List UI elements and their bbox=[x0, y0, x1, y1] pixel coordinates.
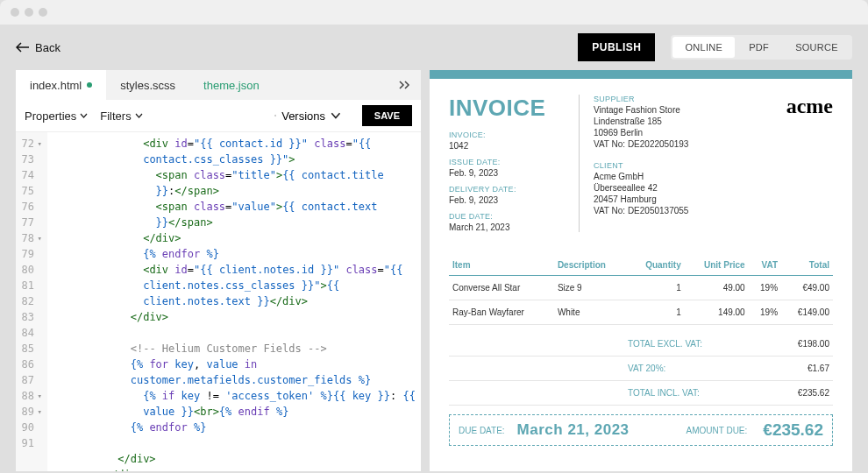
back-button[interactable]: Back bbox=[16, 41, 60, 54]
footer-amount: €235.62 bbox=[763, 420, 823, 440]
footer-due-date: March 21, 2023 bbox=[517, 421, 630, 439]
cell-vat: 19% bbox=[749, 276, 781, 300]
arrow-left-icon bbox=[16, 42, 30, 53]
versions-dropdown[interactable]: Versions bbox=[274, 109, 341, 123]
client-vat: VAT No: DE2050137055 bbox=[594, 206, 738, 215]
unsaved-dot-icon bbox=[87, 82, 92, 88]
chevron-down-icon bbox=[135, 113, 143, 118]
tabs-overflow-button[interactable] bbox=[388, 79, 421, 92]
col-qty: Quantity bbox=[628, 255, 685, 276]
supplier-city: 10969 Berlin bbox=[594, 128, 738, 138]
col-desc: Description bbox=[554, 255, 628, 276]
chevron-down-icon bbox=[80, 113, 88, 118]
supplier-vat: VAT No: DE2022050193 bbox=[594, 139, 738, 149]
issue-date: Feb. 9, 2023 bbox=[449, 168, 563, 178]
traffic-light-icon bbox=[39, 8, 47, 17]
supplier-name: Vintage Fashion Store bbox=[594, 105, 738, 115]
amount-due-row: DUE DATE: March 21, 2023 AMOUNT DUE: €23… bbox=[449, 414, 833, 446]
invoice-title: INVOICE bbox=[449, 95, 563, 122]
col-item: Item bbox=[449, 255, 554, 276]
dropdown-label: Properties bbox=[25, 109, 76, 123]
file-tabs: index.html styles.scss theme.json bbox=[16, 70, 421, 100]
cell-price: 149.00 bbox=[685, 300, 749, 325]
dropdown-label: Filters bbox=[100, 109, 131, 123]
client-name: Acme GmbH bbox=[594, 172, 738, 181]
publish-button[interactable]: PUBLISH bbox=[578, 33, 655, 61]
total-excl-label: TOTAL EXCL. VAT: bbox=[628, 339, 724, 349]
line-gutter: 72▾737475767778▾79808182838485868788▾89▾… bbox=[16, 132, 47, 471]
line-items-table: Item Description Quantity Unit Price VAT… bbox=[449, 255, 833, 325]
save-button[interactable]: SAVE bbox=[362, 105, 412, 126]
properties-dropdown[interactable]: Properties bbox=[25, 109, 88, 123]
invoice-document: INVOICE INVOICE: 1042 ISSUE DATE: Feb. 9… bbox=[430, 79, 852, 446]
tab-label: theme.json bbox=[203, 79, 260, 92]
issue-date-label: ISSUE DATE: bbox=[449, 158, 563, 166]
col-price: Unit Price bbox=[685, 255, 749, 276]
due-date-label: DUE DATE: bbox=[449, 212, 563, 221]
chevron-down-icon bbox=[331, 112, 341, 119]
view-online-button[interactable]: ONLINE bbox=[672, 37, 735, 58]
table-row: Converse All StarSize 9149.0019%€49.00 bbox=[449, 276, 833, 300]
total-vat: €1.67 bbox=[777, 364, 829, 373]
tab-index-html[interactable]: index.html bbox=[16, 70, 106, 100]
footer-amount-label: AMOUNT DUE: bbox=[686, 426, 747, 435]
top-toolbar: Back PUBLISH ONLINE PDF SOURCE bbox=[0, 33, 868, 70]
cell-desc: White bbox=[554, 300, 628, 325]
cell-desc: Size 9 bbox=[554, 276, 628, 300]
cell-vat: 19% bbox=[749, 300, 781, 325]
code-editor[interactable]: 72▾737475767778▾79808182838485868788▾89▾… bbox=[16, 132, 421, 471]
cell-qty: 1 bbox=[628, 276, 685, 300]
editor-pane: index.html styles.scss theme.json Proper… bbox=[16, 70, 421, 471]
footer-due-label: DUE DATE: bbox=[459, 426, 505, 435]
dropdown-label: Versions bbox=[281, 109, 325, 123]
filters-dropdown[interactable]: Filters bbox=[100, 109, 142, 123]
invoice-accent-bar bbox=[430, 70, 852, 79]
due-date: March 21, 2023 bbox=[449, 222, 563, 232]
cell-item: Ray-Ban Wayfarer bbox=[449, 300, 554, 325]
col-vat: VAT bbox=[749, 255, 781, 276]
total-incl: €235.62 bbox=[777, 388, 829, 398]
history-icon bbox=[274, 109, 276, 122]
tab-theme-json[interactable]: theme.json bbox=[189, 70, 274, 100]
client-label: CLIENT bbox=[594, 161, 738, 170]
total-incl-label: TOTAL INCL. VAT: bbox=[628, 388, 724, 398]
table-row: Ray-Ban WayfarerWhite1149.0019%€149.00 bbox=[449, 300, 833, 325]
client-logo: acme bbox=[754, 95, 833, 118]
cell-total: €49.00 bbox=[781, 276, 833, 300]
view-source-button[interactable]: SOURCE bbox=[783, 37, 850, 58]
tab-styles-scss[interactable]: styles.scss bbox=[106, 70, 189, 100]
view-pdf-button[interactable]: PDF bbox=[736, 37, 781, 58]
client-city: 20457 Hamburg bbox=[594, 194, 738, 204]
client-street: Überseeallee 42 bbox=[594, 183, 738, 193]
tab-label: styles.scss bbox=[120, 79, 175, 92]
editor-controls: Properties Filters Versions SAVE bbox=[16, 100, 421, 132]
delivery-date-label: DELIVERY DATE: bbox=[449, 185, 563, 194]
col-total: Total bbox=[781, 255, 833, 276]
tab-label: index.html bbox=[30, 79, 82, 92]
chevrons-right-icon bbox=[398, 81, 410, 89]
supplier-label: SUPPLIER bbox=[594, 95, 738, 103]
cell-price: 49.00 bbox=[685, 276, 749, 300]
view-toggle: ONLINE PDF SOURCE bbox=[671, 35, 852, 60]
total-vat-label: VAT 20%: bbox=[628, 364, 724, 373]
cell-qty: 1 bbox=[628, 300, 685, 325]
delivery-date: Feb. 9, 2023 bbox=[449, 195, 563, 205]
preview-pane: INVOICE INVOICE: 1042 ISSUE DATE: Feb. 9… bbox=[430, 70, 852, 471]
traffic-light-icon bbox=[25, 8, 33, 17]
cell-item: Converse All Star bbox=[449, 276, 554, 300]
supplier-street: Lindenstraße 185 bbox=[594, 116, 738, 126]
window-chrome bbox=[0, 0, 868, 25]
invoice-number: 1042 bbox=[449, 141, 563, 151]
invoice-number-label: INVOICE: bbox=[449, 131, 563, 139]
back-label: Back bbox=[35, 41, 60, 54]
traffic-light-icon bbox=[11, 8, 19, 17]
total-excl: €198.00 bbox=[777, 339, 829, 349]
totals-block: TOTAL EXCL. VAT:€198.00 VAT 20%:€1.67 TO… bbox=[449, 332, 833, 406]
code-body[interactable]: <div id="{{ contact.id }}" class="{{ con… bbox=[47, 132, 421, 471]
cell-total: €149.00 bbox=[781, 300, 833, 325]
